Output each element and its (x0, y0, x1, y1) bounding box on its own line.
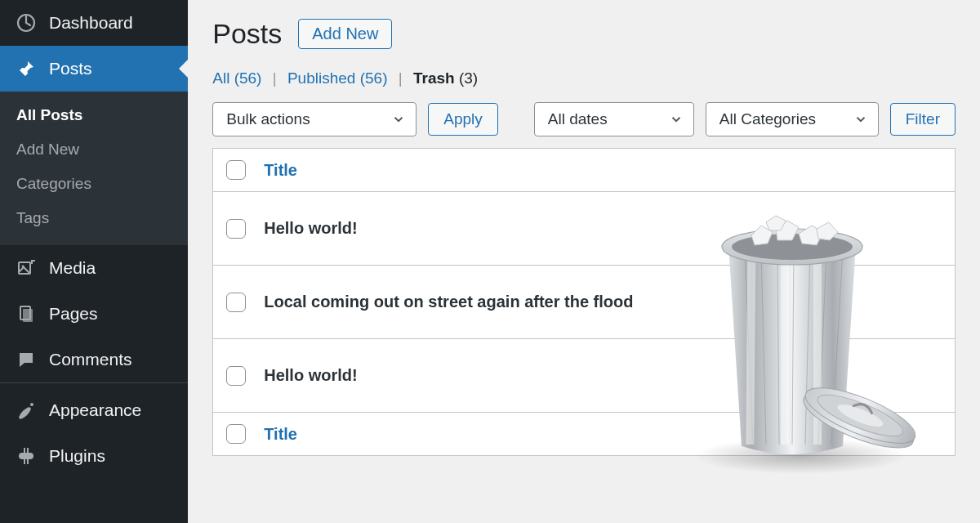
sidebar-label: Pages (49, 304, 98, 324)
filter-link-trash[interactable]: Trash (3) (413, 69, 478, 87)
page-title: Posts (212, 18, 282, 50)
plugins-icon (15, 445, 38, 467)
sidebar-item-pages[interactable]: Pages (0, 291, 188, 337)
sidebar-item-media[interactable]: Media (0, 245, 188, 291)
status-filter-links: All (56) | Published (56) | Trash (3) (212, 69, 956, 87)
posts-table: Title Hello world! Local coming out on s… (212, 148, 956, 456)
sidebar-subitem-all-posts[interactable]: All Posts (0, 98, 188, 132)
chevron-down-icon (853, 112, 868, 127)
main-content: Posts Add New All (56) | Published (56) … (188, 0, 980, 523)
sidebar-item-appearance[interactable]: Appearance (0, 387, 188, 433)
sidebar-subitem-categories[interactable]: Categories (0, 167, 188, 201)
post-title[interactable]: Hello world! (264, 219, 357, 238)
select-all-checkbox[interactable] (226, 424, 246, 444)
sidebar-submenu-posts: All Posts Add New Categories Tags (0, 92, 188, 245)
media-icon (15, 257, 38, 279)
dashboard-icon (15, 11, 38, 34)
sidebar-label: Plugins (49, 446, 105, 466)
sidebar-subitem-add-new[interactable]: Add New (0, 132, 188, 167)
categories-select[interactable]: All Categories (706, 102, 879, 136)
column-header-title[interactable]: Title (264, 161, 297, 180)
row-checkbox[interactable] (226, 293, 246, 312)
svg-point-5 (30, 403, 33, 406)
row-checkbox[interactable] (226, 366, 246, 386)
sidebar-label: Comments (49, 350, 132, 369)
chevron-down-icon (391, 112, 406, 127)
pages-icon (15, 302, 38, 325)
sidebar-item-dashboard[interactable]: Dashboard (0, 0, 188, 46)
dates-select[interactable]: All dates (534, 102, 694, 136)
sidebar-label: Dashboard (49, 13, 133, 33)
post-title[interactable]: Local coming out on street again after t… (264, 293, 633, 311)
appearance-icon (15, 399, 38, 422)
sidebar-item-plugins[interactable]: Plugins (0, 433, 188, 479)
comments-icon (15, 348, 38, 371)
table-header-row: Title (213, 149, 955, 192)
table-row[interactable]: Local coming out on street again after t… (213, 266, 955, 339)
svg-rect-4 (23, 309, 33, 322)
table-footer-row: Title (213, 413, 955, 455)
column-header-title[interactable]: Title (264, 425, 297, 444)
sidebar-item-posts[interactable]: Posts (0, 46, 188, 92)
bulk-actions-select[interactable]: Bulk actions (212, 102, 416, 136)
add-new-button[interactable]: Add New (298, 19, 392, 49)
table-row[interactable]: Hello world! (213, 339, 955, 413)
apply-button[interactable]: Apply (428, 103, 498, 136)
sidebar-label: Media (49, 258, 96, 278)
filter-button[interactable]: Filter (890, 103, 956, 136)
sidebar-label: Posts (49, 59, 92, 78)
admin-sidebar: Dashboard Posts All Posts Add New Catego… (0, 0, 188, 523)
sidebar-subitem-tags[interactable]: Tags (0, 201, 188, 235)
sidebar-item-comments[interactable]: Comments (0, 337, 188, 382)
toolbar: Bulk actions Apply All dates All Categor… (212, 102, 956, 136)
pin-icon (15, 57, 38, 80)
sidebar-label: Appearance (49, 400, 141, 420)
filter-link-published[interactable]: Published (56) (287, 69, 388, 87)
page-header: Posts Add New (212, 18, 956, 50)
chevron-down-icon (669, 112, 684, 127)
post-title[interactable]: Hello world! (264, 366, 357, 385)
select-all-checkbox[interactable] (226, 160, 246, 180)
table-row[interactable]: Hello world! (213, 192, 955, 266)
filter-link-all[interactable]: All (56) (212, 69, 261, 87)
row-checkbox[interactable] (226, 219, 246, 239)
